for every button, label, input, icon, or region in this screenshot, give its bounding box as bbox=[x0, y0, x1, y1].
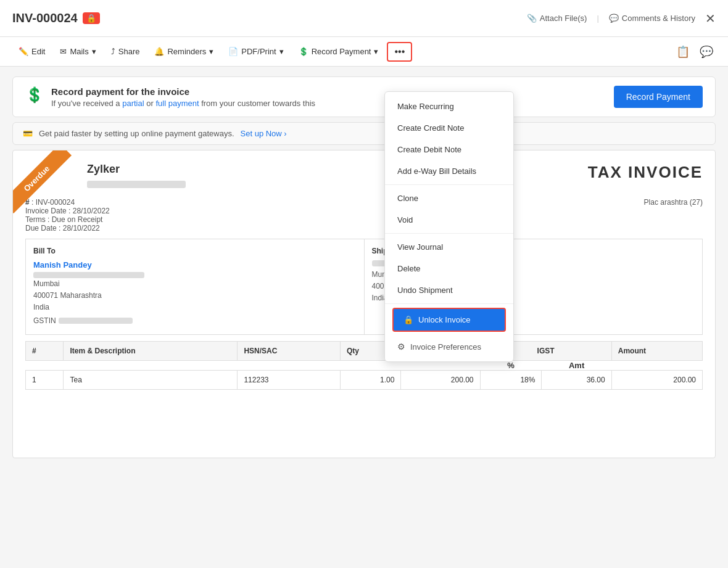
customer-name-bill[interactable]: Manish Pandey bbox=[33, 260, 357, 270]
gstin-row: GSTIN bbox=[33, 315, 357, 327]
lock-unlock-icon: 🔒 bbox=[403, 315, 413, 324]
share-button[interactable]: ⤴ Share bbox=[105, 43, 146, 60]
checklist-button[interactable]: 📋 bbox=[674, 43, 692, 61]
gear-icon: ⚙ bbox=[397, 342, 405, 352]
col-hsn: HSN/SAC bbox=[238, 341, 341, 360]
top-bar-left: INV-000024 🔒 bbox=[12, 11, 100, 25]
edit-icon: ✏️ bbox=[19, 47, 28, 56]
table-row: 1 Tea 112233 1.00 200.00 18% 36.00 200.0… bbox=[26, 370, 703, 389]
lock-icon: 🔒 bbox=[86, 14, 96, 23]
due-date-row: Due Date : 28/10/2022 bbox=[25, 224, 110, 233]
comment-icon: 💬 bbox=[700, 46, 713, 58]
bill-to-section: Bill To Manish Pandey Mumbai 400071 Maha… bbox=[26, 239, 365, 334]
view-journal-item[interactable]: View Journal bbox=[385, 236, 513, 258]
col-item: Item & Description bbox=[64, 341, 238, 360]
invoice-area: Zylker TAX INVOICE # : INV-000024 Invoic… bbox=[12, 150, 716, 458]
gstin-blurred bbox=[59, 318, 133, 324]
create-credit-note-item[interactable]: Create Credit Note bbox=[385, 117, 513, 139]
invoice-meta-right: Plac arashtra (27) bbox=[644, 198, 703, 233]
top-bar: INV-000024 🔒 📎 Attach File(s) | 💬 Commen… bbox=[0, 0, 728, 37]
divider-2 bbox=[385, 233, 513, 234]
invoice-title: TAX INVOICE bbox=[588, 163, 703, 182]
payment-banner: 💲 Record payment for the invoice If you'… bbox=[12, 76, 716, 117]
bill-ship-section: Bill To Manish Pandey Mumbai 400071 Maha… bbox=[25, 239, 703, 335]
invoice-preferences-item[interactable]: ⚙ Invoice Preferences bbox=[385, 335, 513, 358]
undo-shipment-item[interactable]: Undo Shipment bbox=[385, 279, 513, 301]
payment-icon: 💲 bbox=[299, 47, 308, 56]
inv-hash: # bbox=[25, 198, 30, 207]
invoice-date-row: Invoice Date : 28/10/2022 bbox=[25, 207, 110, 215]
table-subheader-row: % Amt bbox=[26, 360, 703, 370]
pdf-print-button[interactable]: 📄 PDF/Print ▾ bbox=[222, 43, 289, 60]
terms-row: Terms : Due on Receipt bbox=[25, 215, 110, 224]
bill-to-header: Bill To bbox=[33, 247, 357, 255]
make-recurring-item[interactable]: Make Recurring bbox=[385, 96, 513, 117]
company-address-blurred bbox=[87, 181, 186, 188]
reminders-dropdown-icon: ▾ bbox=[209, 47, 213, 56]
card-icon: 💳 bbox=[23, 129, 33, 138]
divider-1 bbox=[385, 184, 513, 185]
company-name: Zylker bbox=[87, 163, 186, 176]
record-payment-button[interactable]: 💲 Record Payment ▾ bbox=[292, 43, 385, 60]
bell-icon: 🔔 bbox=[154, 47, 164, 56]
invoice-id: INV-000024 bbox=[12, 11, 78, 25]
mails-button[interactable]: ✉ Mails ▾ bbox=[54, 43, 102, 60]
invoice-meta-left: # : INV-000024 Invoice Date : 28/10/2022… bbox=[25, 198, 110, 233]
payment-banner-icon: 💲 bbox=[25, 86, 44, 104]
item-num: 1 bbox=[26, 370, 64, 389]
invoice-detail: Zylker TAX INVOICE # : INV-000024 Invoic… bbox=[13, 150, 715, 390]
delete-item[interactable]: Delete bbox=[385, 258, 513, 279]
full-link[interactable]: full payment bbox=[155, 99, 199, 108]
pdf-icon: 📄 bbox=[228, 47, 238, 56]
col-amount: Amount bbox=[611, 341, 702, 360]
item-igst-pct: 18% bbox=[480, 370, 542, 389]
item-name: Tea bbox=[64, 370, 238, 389]
address-blurred-1 bbox=[33, 272, 144, 278]
item-amount: 200.00 bbox=[611, 370, 702, 389]
unlock-invoice-button[interactable]: 🔒 Unlock Invoice bbox=[392, 308, 506, 332]
table-header-row: # Item & Description HSN/SAC Qty Rate IG… bbox=[26, 341, 703, 360]
more-icon: ••• bbox=[394, 46, 405, 57]
divider-3 bbox=[385, 303, 513, 304]
payment-banner-desc: If you've received a partial or full pay… bbox=[51, 99, 315, 108]
lock-badge: 🔒 bbox=[83, 12, 100, 24]
void-item[interactable]: Void bbox=[385, 209, 513, 231]
reminders-button[interactable]: 🔔 Reminders ▾ bbox=[148, 43, 220, 60]
clone-item[interactable]: Clone bbox=[385, 187, 513, 209]
payment-banner-text: Record payment for the invoice If you've… bbox=[51, 86, 315, 108]
top-bar-right: 📎 Attach File(s) | 💬 Comments & History … bbox=[527, 11, 716, 26]
mails-dropdown-icon: ▾ bbox=[92, 47, 96, 56]
comments-history-link[interactable]: 💬 Comments & History bbox=[609, 14, 695, 23]
item-qty: 1.00 bbox=[340, 370, 400, 389]
comment-button[interactable]: 💬 bbox=[697, 43, 716, 61]
checklist-icon: 📋 bbox=[676, 46, 690, 58]
chat-icon: 💬 bbox=[609, 14, 619, 23]
create-debit-note-item[interactable]: Create Debit Note bbox=[385, 139, 513, 160]
partial-link[interactable]: partial bbox=[122, 99, 144, 108]
paperclip-icon: 📎 bbox=[527, 14, 537, 23]
inv-number: : bbox=[31, 198, 36, 207]
dropdown-menu: Make Recurring Create Credit Note Create… bbox=[384, 91, 514, 362]
share-icon: ⤴ bbox=[111, 47, 115, 56]
gateway-text: Get paid faster by setting up online pay… bbox=[39, 129, 234, 138]
toolbar: ✏️ Edit ✉ Mails ▾ ⤴ Share 🔔 Reminders ▾ … bbox=[0, 37, 728, 67]
edit-button[interactable]: ✏️ Edit bbox=[12, 43, 51, 60]
add-eway-bill-item[interactable]: Add e-Way Bill Details bbox=[385, 160, 513, 182]
attach-files-link[interactable]: 📎 Attach File(s) bbox=[527, 14, 587, 23]
item-rate: 200.00 bbox=[401, 370, 480, 389]
close-button[interactable]: ✕ bbox=[705, 11, 716, 26]
bill-city: Mumbai 400071 Maharashtra India GSTIN bbox=[33, 278, 357, 327]
payment-banner-left: 💲 Record payment for the invoice If you'… bbox=[25, 86, 315, 108]
col-hash: # bbox=[26, 341, 64, 360]
record-payment-main-button[interactable]: Record Payment bbox=[614, 86, 703, 108]
gateway-bar: 💳 Get paid faster by setting up online p… bbox=[12, 122, 716, 145]
items-table: # Item & Description HSN/SAC Qty Rate IG… bbox=[25, 341, 703, 390]
setup-now-link[interactable]: Set up Now › bbox=[241, 129, 287, 138]
mail-icon: ✉ bbox=[60, 47, 67, 56]
item-hsn: 112233 bbox=[238, 370, 341, 389]
pdf-dropdown-icon: ▾ bbox=[279, 47, 284, 56]
payment-dropdown-icon: ▾ bbox=[374, 47, 378, 56]
invoice-number-row: # : INV-000024 bbox=[25, 198, 110, 207]
payment-banner-title: Record payment for the invoice bbox=[51, 86, 315, 97]
more-options-button[interactable]: ••• bbox=[387, 42, 412, 62]
